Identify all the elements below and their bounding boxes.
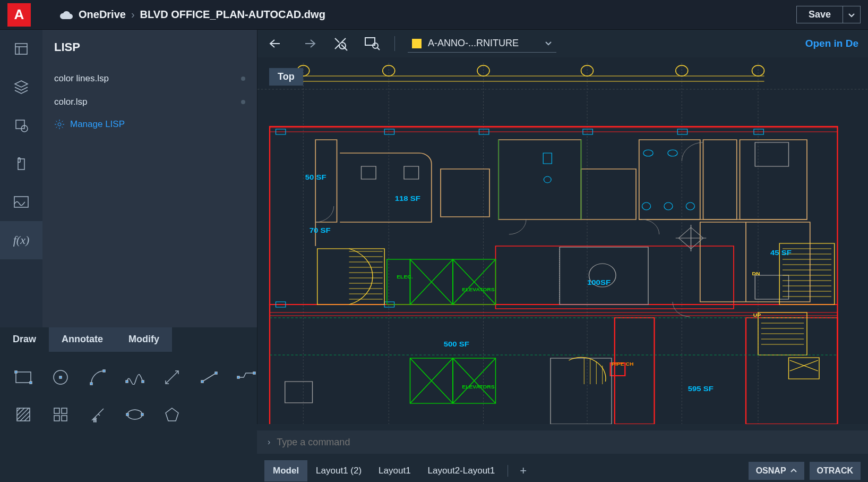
rail-attach[interactable] xyxy=(0,145,42,183)
svg-rect-12 xyxy=(90,383,92,385)
room-label: 118 SF xyxy=(395,195,421,202)
room-label: 50 SF xyxy=(305,173,326,181)
tool-spline[interactable] xyxy=(121,363,149,391)
attachment-icon xyxy=(14,156,29,172)
open-in-desktop-link[interactable]: Open in De xyxy=(805,38,858,49)
up-label: UP xyxy=(753,312,761,318)
svg-rect-15 xyxy=(142,380,144,383)
save-button-group: Save xyxy=(796,6,861,23)
rail-properties[interactable] xyxy=(0,30,42,68)
tab-modify[interactable]: Modify xyxy=(116,327,172,352)
tab-separator xyxy=(508,465,508,477)
svg-rect-29 xyxy=(54,416,59,421)
svg-rect-8 xyxy=(15,371,17,373)
tool-hatch[interactable] xyxy=(10,401,37,428)
gear-icon xyxy=(54,119,65,130)
lisp-file-item[interactable]: color lines.lsp xyxy=(54,67,245,90)
breadcrumb-file[interactable]: BLVD OFFICE_PLAN-AUTOCAD.dwg xyxy=(140,9,325,21)
svg-line-25 xyxy=(20,411,30,421)
svg-rect-62 xyxy=(615,318,655,424)
svg-point-86 xyxy=(642,202,651,210)
lisp-file-item[interactable]: color.lsp xyxy=(54,90,245,114)
svg-rect-21 xyxy=(17,408,30,421)
ellipse-icon xyxy=(126,408,144,421)
redo-button[interactable] xyxy=(299,34,318,53)
canvas-toolbar: A-ANNO-...RNITURE Open in De xyxy=(257,30,868,57)
tool-circle[interactable] xyxy=(47,363,74,391)
zoom-extents-icon xyxy=(333,36,348,51)
tab-model[interactable]: Model xyxy=(264,460,307,481)
room-label: 45 SF xyxy=(770,249,792,257)
layer-selector[interactable]: A-ANNO-...RNITURE xyxy=(408,35,556,53)
tab-layout[interactable]: Layout1 xyxy=(370,460,419,481)
svg-rect-85 xyxy=(543,153,552,164)
rail-blocks[interactable] xyxy=(0,106,42,145)
tab-annotate[interactable]: Annotate xyxy=(49,327,116,352)
add-layout-button[interactable]: + xyxy=(512,461,534,481)
image-icon xyxy=(13,195,30,209)
spline-icon xyxy=(125,370,144,385)
otrack-toggle[interactable]: OTRACK xyxy=(810,462,861,480)
drawing-canvas[interactable]: A-ANNO-...RNITURE Open in De Top xyxy=(257,30,868,424)
tool-measure[interactable]: n xyxy=(84,401,111,428)
tool-arc[interactable] xyxy=(84,363,111,391)
tool-array[interactable] xyxy=(47,401,74,428)
svg-rect-115 xyxy=(317,249,385,305)
svg-rect-114 xyxy=(387,259,410,305)
zoom-window-icon xyxy=(364,37,380,50)
tool-rectangle[interactable] xyxy=(10,363,37,391)
svg-line-23 xyxy=(17,408,24,416)
svg-line-16 xyxy=(202,373,216,382)
save-button[interactable]: Save xyxy=(796,6,843,23)
svg-point-6 xyxy=(58,123,61,126)
otrack-label: OTRACK xyxy=(817,466,853,476)
lisp-panel: LISP color lines.lsp color.lsp Manage LI… xyxy=(42,30,257,327)
tool-line[interactable] xyxy=(195,363,223,391)
tab-layout[interactable]: Layout1 (2) xyxy=(307,460,370,481)
breadcrumb-source[interactable]: OneDrive xyxy=(79,9,126,21)
layer-color-swatch xyxy=(412,39,422,48)
manage-lisp-link[interactable]: Manage LISP xyxy=(54,114,245,135)
tab-draw[interactable]: Draw xyxy=(0,327,49,352)
svg-rect-20 xyxy=(253,372,255,374)
status-dot-icon xyxy=(241,100,245,104)
function-icon: f(x) xyxy=(13,233,30,247)
tool-scale[interactable] xyxy=(158,363,186,391)
chevron-right-icon: › xyxy=(268,437,270,447)
svg-rect-78 xyxy=(703,140,737,219)
zoom-window-button[interactable] xyxy=(363,34,382,53)
svg-rect-27 xyxy=(54,408,59,413)
manage-lisp-label: Manage LISP xyxy=(70,119,125,130)
room-label: 595 SF xyxy=(688,385,714,393)
floor-plan-drawing: 50 SF 118 SF 70 SF 100SF 45 SF 500 SF 59… xyxy=(257,63,868,424)
osnap-label: OSNAP xyxy=(756,466,786,476)
rail-image[interactable] xyxy=(0,183,42,221)
svg-rect-11 xyxy=(59,376,62,378)
tool-ellipse[interactable] xyxy=(121,401,149,428)
zoom-extents-button[interactable] xyxy=(331,34,350,53)
svg-point-84 xyxy=(544,176,551,183)
svg-rect-75 xyxy=(499,140,581,219)
status-dot-icon xyxy=(241,77,245,81)
tab-layout[interactable]: Layout2-Layout1 xyxy=(419,460,504,481)
room-label: 100SF xyxy=(587,278,611,286)
rail-lisp[interactable]: f(x) xyxy=(0,221,42,259)
rail-layers[interactable] xyxy=(0,68,42,106)
osnap-toggle[interactable]: OSNAP xyxy=(749,462,804,480)
layout-tabs: Model Layout1 (2) Layout1 Layout2-Layout… xyxy=(257,459,868,482)
svg-rect-94 xyxy=(755,142,788,166)
svg-rect-30 xyxy=(62,416,67,421)
tool-polyline[interactable] xyxy=(233,363,260,391)
command-bar: › xyxy=(257,430,868,454)
save-dropdown-button[interactable] xyxy=(843,6,861,23)
svg-point-87 xyxy=(664,202,673,210)
command-input[interactable] xyxy=(277,437,857,448)
svg-text:n: n xyxy=(93,417,97,423)
view-badge[interactable]: Top xyxy=(269,68,303,86)
undo-button[interactable] xyxy=(267,34,286,53)
svg-rect-3 xyxy=(16,120,24,129)
tool-polygon[interactable] xyxy=(158,401,186,428)
scale-icon xyxy=(164,369,181,386)
svg-rect-61 xyxy=(496,246,734,309)
layer-name: A-ANNO-...RNITURE xyxy=(428,38,538,49)
